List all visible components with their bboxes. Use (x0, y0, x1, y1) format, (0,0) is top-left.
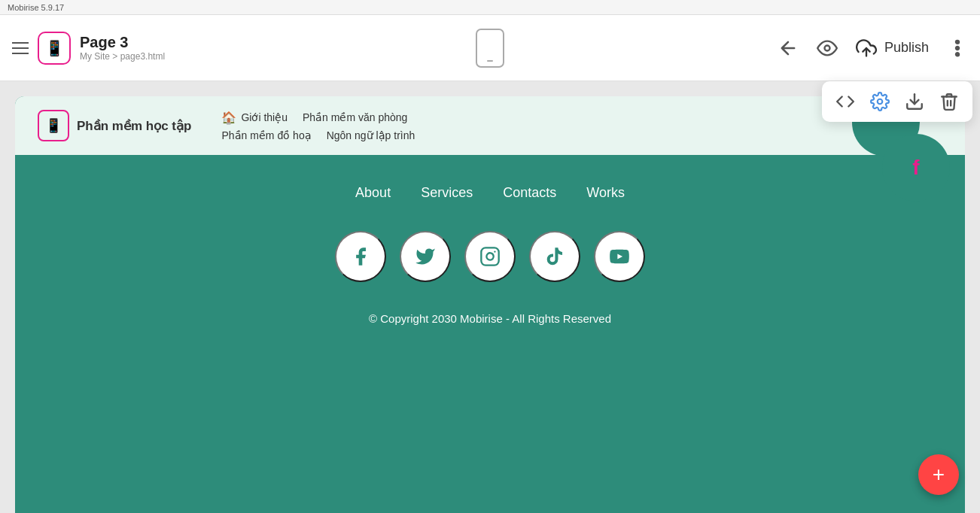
instagram-social-button[interactable] (464, 231, 516, 282)
facebook-social-button[interactable] (335, 231, 386, 282)
eye-icon (817, 38, 838, 59)
social-icons (335, 231, 645, 282)
page-icon: 📱 (38, 32, 71, 65)
page-title: Page 3 (80, 34, 165, 51)
svg-rect-5 (481, 247, 498, 265)
add-fab-icon: + (933, 463, 945, 487)
tiktok-social-button[interactable] (529, 231, 580, 282)
page-info: Page 3 My Site > page3.html (80, 34, 165, 62)
preview-button[interactable] (817, 38, 838, 59)
nav-link-programming[interactable]: Ngôn ngữ lập trình (327, 129, 415, 141)
footer-link-about[interactable]: About (355, 185, 391, 201)
footer-area: About Services Contacts Works (15, 155, 965, 355)
youtube-icon (609, 246, 630, 267)
logo-text: Phần mềm học tập (77, 118, 191, 134)
canvas-area: 📱 Phần mềm học tập 🏠 Giới thiệu Phần mềm… (0, 81, 980, 513)
footer-nav: About Services Contacts Works (355, 185, 625, 201)
phone-icon: 📱 (45, 39, 64, 57)
back-button[interactable] (778, 38, 799, 59)
back-icon (778, 38, 799, 59)
download-icon (905, 92, 924, 111)
publish-button[interactable]: Publish (856, 38, 929, 59)
toolbar-left: 📱 Page 3 My Site > page3.html (12, 32, 330, 65)
add-fab-button[interactable]: + (918, 454, 959, 495)
trash-button[interactable] (939, 92, 959, 111)
hamburger-icon (12, 42, 29, 54)
mobile-icon (476, 29, 504, 68)
page-content: 📱 Phần mềm học tập 🏠 Giới thiệu Phần mềm… (15, 96, 965, 513)
publish-icon (856, 38, 877, 59)
svg-point-4 (956, 53, 959, 56)
more-options-button[interactable] (947, 38, 968, 59)
code-icon (835, 92, 855, 111)
mobile-preview-button[interactable] (476, 29, 504, 68)
footer-link-services[interactable]: Services (421, 185, 473, 201)
twitter-social-button[interactable] (400, 231, 451, 282)
app-title: Mobirise 5.9.17 (8, 3, 64, 12)
facebook-float-icon: f (912, 156, 919, 180)
nav-link-home[interactable]: 🏠 Giới thiệu (221, 111, 288, 125)
home-icon: 🏠 (221, 111, 236, 125)
instagram-icon (479, 246, 501, 267)
footer-link-works[interactable]: Works (586, 185, 625, 201)
facebook-icon (350, 246, 371, 267)
nav-row2: Phần mềm đồ hoạ Ngôn ngữ lập trình (221, 129, 942, 141)
youtube-social-button[interactable] (594, 231, 645, 282)
nav-logo: 📱 Phần mềm học tập (38, 110, 191, 141)
menu-button[interactable] (12, 42, 29, 54)
publish-label: Publish (884, 40, 929, 56)
breadcrumb: My Site > page3.html (80, 51, 165, 62)
toolbar: 📱 Page 3 My Site > page3.html (0, 15, 980, 81)
svg-point-0 (824, 45, 829, 50)
svg-point-3 (956, 47, 959, 50)
toolbar-right: Publish (650, 38, 968, 59)
tiktok-icon (544, 246, 565, 267)
toolbar-center (330, 29, 649, 68)
twitter-icon (415, 246, 436, 267)
trash-icon (939, 92, 959, 111)
gear-icon (870, 92, 890, 111)
title-bar: Mobirise 5.9.17 (0, 0, 980, 15)
gear-button[interactable] (870, 92, 890, 111)
teal-circle-mid: f (882, 134, 950, 202)
copyright-text: © Copyright 2030 Mobirise - All Rights R… (369, 312, 611, 325)
more-icon (947, 38, 968, 59)
nav-link-office-software[interactable]: Phần mềm văn phòng (303, 111, 407, 123)
svg-point-2 (956, 41, 959, 44)
floating-toolbar (822, 81, 972, 122)
code-button[interactable] (835, 92, 855, 111)
nav-link-graphics[interactable]: Phần mềm đồ hoạ (221, 129, 311, 141)
footer-link-contacts[interactable]: Contacts (503, 185, 556, 201)
download-button[interactable] (905, 92, 924, 111)
svg-point-8 (878, 99, 883, 105)
logo-icon: 📱 (38, 110, 69, 141)
